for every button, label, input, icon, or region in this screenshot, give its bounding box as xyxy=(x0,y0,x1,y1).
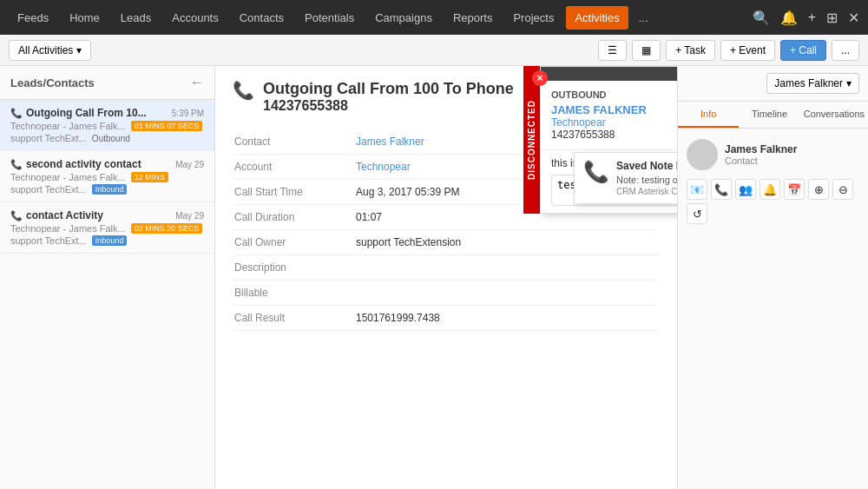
chart-view-button[interactable]: ▦ xyxy=(632,40,661,61)
saved-note-popup: 📞 Saved Note Information Note: testing o… xyxy=(574,152,677,204)
chevron-down-icon: ▾ xyxy=(846,77,852,89)
nav-icons: 🔍 🔔 + ⊞ ✕ xyxy=(753,10,859,26)
field-call-owner-value: support TechExtension xyxy=(356,236,461,248)
saved-note-note: Note: testing outgoing xyxy=(616,175,677,185)
toolbar-right: ☰ ▦ + Task + Event + Call ... xyxy=(598,40,859,61)
all-activities-button[interactable]: All Activities ▾ xyxy=(9,40,91,61)
contact-name: James Falkner xyxy=(725,143,797,155)
nav-more[interactable]: ... xyxy=(632,6,655,30)
outbound-popup: × OUTBOUND JAMES FALKNER Technopear 1423… xyxy=(540,66,677,214)
back-arrow-icon[interactable]: ← xyxy=(190,75,204,90)
field-description: Description xyxy=(234,255,658,281)
sidebar: Leads/Contacts ← 📞 Outgoing Call From 10… xyxy=(0,66,215,489)
calendar-icon[interactable]: 📅 xyxy=(784,179,805,200)
main-content: Leads/Contacts ← 📞 Outgoing Call From 10… xyxy=(0,66,868,489)
add-call-button[interactable]: + Call xyxy=(780,40,826,61)
outbound-close-x[interactable]: × xyxy=(532,70,548,86)
contact-dropdown[interactable]: James Falkner ▾ xyxy=(766,73,859,94)
minus-circle-icon[interactable]: ⊖ xyxy=(832,179,853,200)
chevron-down-icon: ▾ xyxy=(76,44,82,56)
nav-contacts[interactable]: Contacts xyxy=(231,6,293,30)
notifications-icon[interactable]: 🔔 xyxy=(780,10,798,26)
nav-home[interactable]: Home xyxy=(61,6,108,30)
nav-feeds[interactable]: Feeds xyxy=(9,6,57,30)
activity-item-1[interactable]: 📞 Outgoing Call From 10... 5:39 PM Techn… xyxy=(0,100,214,151)
chart-icon: ▦ xyxy=(641,44,651,56)
phone-icon-1: 📞 xyxy=(10,108,23,119)
search-icon[interactable]: 🔍 xyxy=(753,10,770,26)
contact-row: James Falkner Contact xyxy=(687,139,859,170)
saved-note-sub: CRM Asterisk CTI Phone Integration xyxy=(616,187,677,196)
field-contact-value[interactable]: James Falkner xyxy=(356,135,424,148)
nav-activities[interactable]: Activities xyxy=(566,6,628,30)
tab-info[interactable]: Info xyxy=(678,102,739,128)
nav-leads[interactable]: Leads xyxy=(112,6,160,30)
contact-type: Contact xyxy=(725,155,797,166)
grid-icon[interactable]: ⊞ xyxy=(826,10,838,26)
detail-title-line2: 14237655388 xyxy=(263,98,514,114)
saved-note-title: Saved Note Information xyxy=(616,160,677,172)
close-icon[interactable]: ✕ xyxy=(848,10,859,26)
activity-item-2[interactable]: 📞 second activity contact May 29 Technop… xyxy=(0,151,214,202)
sub-toolbar: All Activities ▾ ☰ ▦ + Task + Event + Ca… xyxy=(0,35,868,66)
phone-icon-3: 📞 xyxy=(10,210,23,221)
add-icon[interactable]: + xyxy=(808,10,816,25)
nav-reports[interactable]: Reports xyxy=(444,6,502,30)
field-call-start-value: Aug 3, 2017 05:39 PM xyxy=(356,186,459,198)
right-panel-body: James Falkner Contact 📧 📞 👥 🔔 📅 ⊕ ⊖ ↺ xyxy=(678,129,868,235)
outbound-contact-name[interactable]: JAMES FALKNER xyxy=(551,103,677,116)
field-call-duration-value: 01:07 xyxy=(356,211,382,223)
bell-icon[interactable]: 🔔 xyxy=(760,179,780,200)
field-billable: Billable xyxy=(234,281,658,306)
add-circle-icon[interactable]: ⊕ xyxy=(808,179,829,200)
field-call-result: Call Result 1501761999.7438 xyxy=(234,306,658,331)
list-icon: ☰ xyxy=(608,44,617,56)
detail-panel: 📞 Outgoing Call From 100 To Phone 142376… xyxy=(215,66,677,489)
right-panel: James Falkner ▾ Info Timeline Conversati… xyxy=(677,66,868,489)
users-icon[interactable]: 👥 xyxy=(735,179,756,200)
sidebar-header: Leads/Contacts ← xyxy=(0,66,214,100)
phone-icon-2: 📞 xyxy=(10,159,23,170)
detail-title-line1: Outgoing Call From 100 To Phone xyxy=(263,80,514,98)
refresh-icon[interactable]: ↺ xyxy=(687,203,707,224)
detail-phone-icon: 📞 xyxy=(233,80,254,101)
right-tabs: Info Timeline Conversations xyxy=(678,102,868,129)
outbound-company[interactable]: Technopear xyxy=(551,116,677,129)
avatar xyxy=(687,139,718,170)
nav-projects[interactable]: Projects xyxy=(504,6,562,30)
list-view-button[interactable]: ☰ xyxy=(598,40,627,61)
outbound-popup-header: × xyxy=(541,67,677,81)
outbound-popup-wrapper: DISCONNECTED × OUTBOUND JAMES FALKNER Te… xyxy=(523,66,677,214)
more-options-button[interactable]: ... xyxy=(832,40,859,61)
disconnected-label: DISCONNECTED xyxy=(523,66,540,214)
saved-note-content: Saved Note Information Note: testing out… xyxy=(616,160,677,196)
field-call-result-value: 1501761999.7438 xyxy=(356,312,440,324)
outbound-body: OUTBOUND JAMES FALKNER Technopear 142376… xyxy=(541,81,677,149)
field-account-value[interactable]: Technopear xyxy=(356,161,411,173)
nav-campaigns[interactable]: Campaigns xyxy=(366,6,441,30)
contact-action-icons: 📧 📞 👥 🔔 📅 ⊕ ⊖ ↺ xyxy=(687,179,859,224)
navbar: Feeds Home Leads Accounts Contacts Poten… xyxy=(0,0,868,35)
outbound-phone: 14237655388 xyxy=(551,129,677,141)
tab-timeline[interactable]: Timeline xyxy=(739,102,799,128)
add-event-button[interactable]: + Event xyxy=(720,40,775,61)
phone-yellow-icon: 📞 xyxy=(583,160,609,184)
outbound-info: OUTBOUND JAMES FALKNER Technopear 142376… xyxy=(551,89,677,141)
nav-accounts[interactable]: Accounts xyxy=(163,6,227,30)
nav-potentials[interactable]: Potentials xyxy=(296,6,363,30)
right-panel-header: James Falkner ▾ xyxy=(678,66,868,102)
email-icon[interactable]: 📧 xyxy=(687,179,707,200)
field-call-owner: Call Owner support TechExtension xyxy=(234,230,658,255)
phone-icon[interactable]: 📞 xyxy=(711,179,732,200)
add-task-button[interactable]: + Task xyxy=(666,40,715,61)
tab-conversations[interactable]: Conversations xyxy=(800,102,868,128)
activity-item-3[interactable]: 📞 contact Activity May 29 Technopear - J… xyxy=(0,202,214,254)
